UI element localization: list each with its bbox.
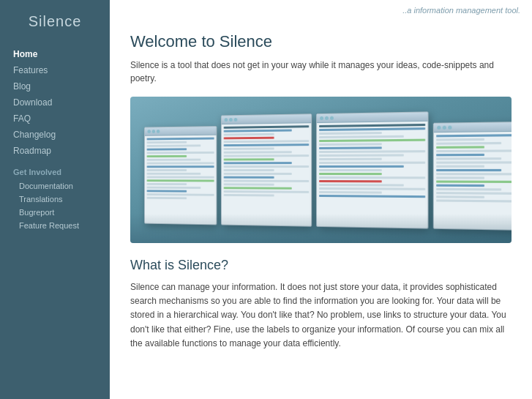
main-content: ..a information management tool. Welcome… [110,0,532,399]
screenshot-container [130,97,512,243]
welcome-description: Silence is a tool that does not get in y… [130,59,512,85]
page-tagline: ..a information management tool. [110,0,532,15]
sidebar-item-roadmap[interactable]: Roadmap [0,143,110,159]
sidebar-item-blog[interactable]: Blog [0,78,110,94]
sidebar-item-translations[interactable]: Translations [0,193,110,206]
sidebar: Silence Home Features Blog Download FAQ … [0,0,110,399]
sidebar-item-features[interactable]: Features [0,62,110,78]
screenshot-panel-2 [220,113,311,227]
sidebar-nav: Home Features Blog Download FAQ Changelo… [0,39,110,232]
sidebar-item-documentation[interactable]: Documentation [0,179,110,193]
screenshot-panel-4 [432,122,512,231]
sidebar-item-faq[interactable]: FAQ [0,111,110,127]
welcome-title: Welcome to Silence [130,32,512,51]
what-description: Silence can manage your information. It … [130,280,512,351]
screenshot-panel-3 [316,111,428,228]
fake-screenshots [144,110,512,231]
screenshot-panel-1 [144,126,217,225]
app-title: Silence [0,0,110,39]
sidebar-item-download[interactable]: Download [0,94,110,111]
sidebar-item-home[interactable]: Home [0,46,110,62]
sidebar-section-label: Get Involved [0,159,110,179]
sidebar-item-feature-request[interactable]: Feature Request [0,219,110,232]
sidebar-item-changelog[interactable]: Changelog [0,127,110,143]
what-is-title: What is Silence? [130,258,512,273]
sidebar-item-bugreport[interactable]: Bugreport [0,206,110,219]
